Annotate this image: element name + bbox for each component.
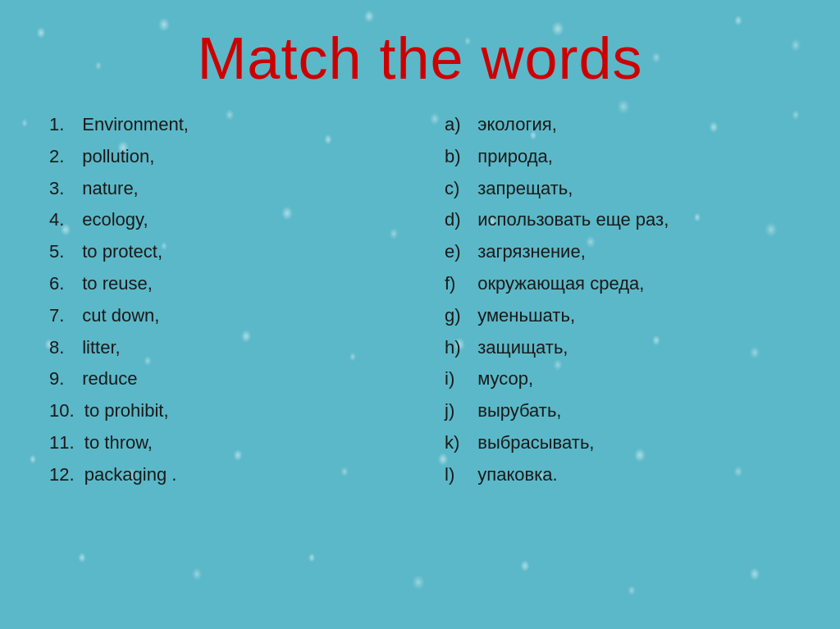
list-item: f) окружающая среда, xyxy=(445,271,807,297)
list-item: 4. ecology, xyxy=(49,207,412,233)
list-item: b) природа, xyxy=(445,144,807,170)
item-text: cut down, xyxy=(82,305,159,326)
item-text: ecology, xyxy=(82,209,148,230)
list-item: g) уменьшать, xyxy=(445,303,807,329)
item-text: reduce xyxy=(82,368,137,389)
item-text: природа, xyxy=(477,146,553,166)
item-letter: k) xyxy=(445,431,468,456)
item-number: 11. xyxy=(49,431,75,456)
list-item: j) вырубать, xyxy=(445,399,807,424)
item-text: nature, xyxy=(82,178,139,198)
item-number: 5. xyxy=(49,239,72,265)
item-text: выбрасывать, xyxy=(477,432,594,453)
right-column: a) экология,b) природа,c) запрещать,d) и… xyxy=(428,112,807,495)
left-column: 1. Environment,2. pollution,3. nature,4.… xyxy=(33,112,412,495)
list-item: 9. reduce xyxy=(49,367,412,392)
list-item: 7. cut down, xyxy=(49,303,412,329)
item-text: вырубать, xyxy=(477,400,561,421)
list-item: 6. to reuse, xyxy=(49,271,412,297)
item-text: экология, xyxy=(477,114,557,134)
list-item: l) упаковка. xyxy=(445,463,807,488)
item-number: 8. xyxy=(49,335,72,361)
item-number: 3. xyxy=(49,176,72,202)
item-number: 10. xyxy=(49,399,75,424)
item-letter: g) xyxy=(445,303,468,329)
list-item: d) использовать еще раз, xyxy=(445,207,807,233)
item-number: 6. xyxy=(49,271,72,297)
item-text: to reuse, xyxy=(82,273,153,294)
item-number: 4. xyxy=(49,207,72,233)
item-number: 1. xyxy=(49,112,72,138)
item-letter: d) xyxy=(445,207,468,233)
list-item: a) экология, xyxy=(445,112,807,138)
item-text: to prohibit, xyxy=(84,400,169,421)
item-number: 12. xyxy=(49,463,75,488)
item-letter: f) xyxy=(445,271,468,297)
item-letter: h) xyxy=(445,335,468,361)
item-number: 2. xyxy=(49,144,72,170)
background: Match the words 1. Environment,2. pollut… xyxy=(0,0,840,629)
list-item: 11. to throw, xyxy=(49,431,412,456)
item-letter: j) xyxy=(445,399,468,424)
list-item: h) защищать, xyxy=(445,335,807,361)
item-text: pollution, xyxy=(82,146,154,166)
list-item: k) выбрасывать, xyxy=(445,431,807,456)
list-item: 3. nature, xyxy=(49,176,412,202)
item-text: Environment, xyxy=(82,114,189,134)
list-item: c) запрещать, xyxy=(445,176,807,202)
item-letter: i) xyxy=(445,367,468,392)
item-text: запрещать, xyxy=(477,178,573,198)
list-item: 10. to prohibit, xyxy=(49,399,412,424)
list-item: 1. Environment, xyxy=(49,112,412,138)
item-text: litter, xyxy=(82,337,120,358)
item-letter: l) xyxy=(445,463,468,488)
item-letter: e) xyxy=(445,239,468,265)
content-area: 1. Environment,2. pollution,3. nature,4.… xyxy=(33,112,807,495)
item-number: 7. xyxy=(49,303,72,329)
item-text: упаковка. xyxy=(477,464,557,485)
item-text: to throw, xyxy=(84,432,153,453)
item-text: уменьшать, xyxy=(477,305,575,326)
item-letter: c) xyxy=(445,176,468,202)
item-text: использовать еще раз, xyxy=(477,209,669,230)
item-letter: b) xyxy=(445,144,468,170)
list-item: e) загрязнение, xyxy=(445,239,807,265)
list-item: 12. packaging . xyxy=(49,463,412,488)
page-title: Match the words xyxy=(197,25,642,92)
item-text: загрязнение, xyxy=(477,241,586,262)
list-item: 8. litter, xyxy=(49,335,412,361)
list-item: 5. to protect, xyxy=(49,239,412,265)
item-text: packaging . xyxy=(84,464,177,485)
item-text: окружающая среда, xyxy=(477,273,644,294)
list-item: 2. pollution, xyxy=(49,144,412,170)
item-number: 9. xyxy=(49,367,72,392)
list-item: i) мусор, xyxy=(445,367,807,392)
item-text: мусор, xyxy=(477,368,533,389)
item-text: to protect, xyxy=(82,241,162,262)
item-letter: a) xyxy=(445,112,468,138)
item-text: защищать, xyxy=(477,337,568,358)
